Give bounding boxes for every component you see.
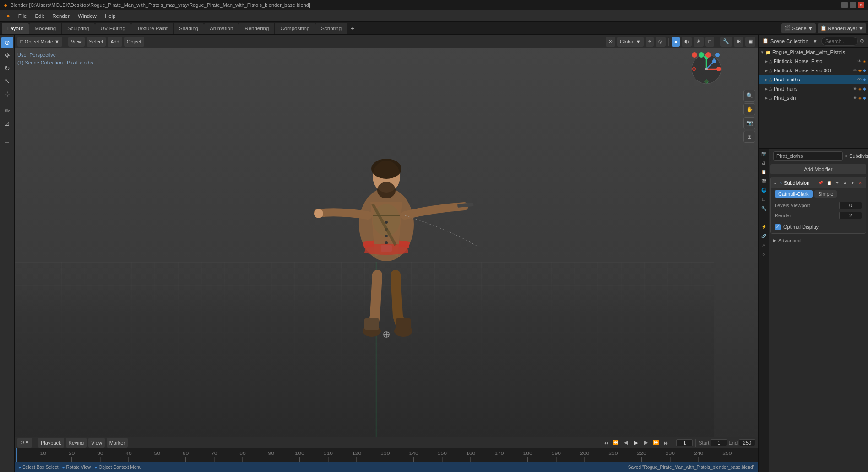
jump-start-btn[interactable]: ⏮ [602, 439, 610, 447]
outliner-item-hairs[interactable]: ▶ △ Pirat_hairs 👁 ◈ ◆ [759, 84, 868, 93]
viewport-shading-solid[interactable]: ● [672, 37, 680, 47]
marker-menu[interactable]: Marker [107, 438, 128, 448]
add-workspace-button[interactable]: + [347, 23, 358, 33]
mod-delete-btn[interactable]: ✕ [857, 181, 863, 185]
add-menu[interactable]: Add [108, 37, 122, 47]
workspace-tab-scripting[interactable]: Scripting [315, 23, 347, 34]
workspace-tab-layout[interactable]: Layout [2, 23, 29, 34]
material-props-tab[interactable]: ○ [760, 250, 768, 258]
axis-navigation-widget[interactable]: Y X Z [690, 53, 722, 85]
zoom-to-fit-btn[interactable]: 🔍 [743, 90, 755, 102]
rotate-tool[interactable]: ↻ [1, 62, 13, 74]
workspace-tab-compositing[interactable]: Compositing [275, 23, 315, 34]
workspace-tab-texture-paint[interactable]: Texture Paint [131, 23, 173, 34]
scale-tool[interactable]: ⤡ [1, 75, 13, 87]
pivot-selector[interactable]: ⊙ [606, 37, 615, 47]
close-button[interactable]: ✕ [858, 2, 864, 8]
annotate-tool[interactable]: ✏ [1, 105, 13, 117]
add-cube-tool[interactable]: □ [1, 134, 13, 146]
xray-toggle[interactable]: ▣ [745, 37, 755, 47]
prev-keyframe-btn[interactable]: ⏪ [612, 439, 620, 447]
transform-space-selector[interactable]: Global ▼ [617, 37, 644, 47]
current-frame-input[interactable] [676, 439, 693, 446]
prev-frame-btn[interactable]: ◀ [622, 439, 630, 447]
simple-btn[interactable]: Simple [814, 190, 837, 198]
select-menu[interactable]: Select [87, 37, 106, 47]
outliner-root-item[interactable]: ▼ 📁 Rogue_Pirate_Man_with_Pistols [759, 48, 868, 57]
window-controls[interactable]: ─ □ ✕ [841, 2, 864, 8]
jump-end-btn[interactable]: ⏭ [662, 439, 670, 447]
render-layer-selector[interactable]: 📋 RenderLayer ▼ [818, 23, 866, 33]
scene-selector[interactable]: 🎬 Scene ▼ [781, 23, 815, 33]
next-frame-btn[interactable]: ▶ [642, 439, 650, 447]
mod-pin-btn[interactable]: 📌 [817, 181, 824, 185]
workspace-tab-animation[interactable]: Animation [204, 23, 239, 34]
viewport-canvas[interactable]: User Perspective (1) Scene Collection | … [15, 48, 758, 437]
optimal-display-checkbox[interactable]: ✓ [775, 224, 781, 230]
outliner-filter-btn[interactable]: ▼ [813, 38, 818, 44]
menu-window[interactable]: Window [74, 12, 100, 20]
workspace-tab-modeling[interactable]: Modeling [29, 23, 62, 34]
end-frame-input[interactable] [739, 439, 755, 446]
levels-viewport-input[interactable] [839, 202, 862, 209]
menu-render[interactable]: Render [49, 12, 73, 20]
outliner-search[interactable] [821, 37, 858, 46]
viewport-shading-material[interactable]: ◐ [682, 37, 692, 47]
outliner-item-cloths[interactable]: ▶ △ Pirat_cloths 👁 ◆ [759, 75, 868, 84]
timeline-type-selector[interactable]: ⏱▼ [17, 438, 32, 448]
mod-move-down-btn[interactable]: ▼ [850, 181, 856, 185]
outliner-options-btn[interactable]: ⚙ [860, 38, 864, 44]
quad-view-btn[interactable]: ⊞ [743, 131, 755, 143]
workspace-tab-rendering[interactable]: Rendering [239, 23, 274, 34]
proportional-edit[interactable]: ◎ [656, 37, 666, 47]
viewport-shading-rendered[interactable]: ☀ [694, 37, 704, 47]
workspace-tab-uv-editing[interactable]: UV Editing [95, 23, 131, 34]
view-menu[interactable]: View [68, 37, 85, 47]
camera-view-btn[interactable]: 📷 [743, 117, 755, 129]
mode-selector[interactable]: □ Object Mode ▼ [17, 37, 62, 47]
render-props-tab[interactable]: 📷 [760, 150, 768, 158]
move-tool[interactable]: ✥ [1, 49, 13, 61]
catmull-clark-btn[interactable]: Catmull-Clark [775, 190, 813, 198]
output-props-tab[interactable]: 🖨 [760, 159, 768, 167]
start-frame-input[interactable] [711, 439, 727, 446]
workspace-tab-shading[interactable]: Shading [174, 23, 204, 34]
next-keyframe-btn[interactable]: ⏩ [652, 439, 660, 447]
outliner[interactable]: ▼ 📁 Rogue_Pirate_Man_with_Pistols ▶ △ Fl… [759, 48, 868, 148]
modifier-props-tab[interactable]: 🔧 [760, 204, 768, 213]
gizmo-toggle[interactable]: 🔧 [720, 37, 732, 47]
view-layer-tab[interactable]: 📋 [760, 168, 768, 176]
snap-toggle[interactable]: ⌖ [646, 37, 654, 47]
add-modifier-button[interactable]: Add Modifier [770, 164, 866, 174]
outliner-item-pistol2[interactable]: ▶ △ Flintlock_Horse_Pistol001 👁 ◈ ◆ [759, 66, 868, 75]
playback-menu[interactable]: Playback [38, 438, 64, 448]
play-btn[interactable]: ▶ [632, 439, 640, 447]
particles-tab[interactable]: · [760, 214, 768, 222]
measure-tool[interactable]: ⊿ [1, 118, 13, 129]
world-props-tab[interactable]: 🌐 [760, 186, 768, 194]
object-props-tab[interactable]: □ [760, 195, 768, 204]
mod-move-up-btn[interactable]: ▲ [842, 181, 848, 185]
outliner-item-skin[interactable]: ▶ △ Pirat_skin 👁 ◈ ◆ [759, 93, 868, 102]
constraints-tab[interactable]: 🔗 [760, 232, 768, 240]
mod-copy-btn[interactable]: 📋 [826, 181, 833, 185]
mod-apply-btn[interactable]: ✦ [835, 181, 840, 185]
advanced-section[interactable]: ▶ Advanced [770, 236, 866, 246]
workspace-tab-sculpting[interactable]: Sculpting [62, 23, 94, 34]
outliner-item-pistol1[interactable]: ▶ △ Flintlock_Horse_Pistol 👁 ◈ [759, 57, 868, 66]
menu-help[interactable]: Help [101, 12, 119, 20]
render-input[interactable] [839, 212, 862, 219]
minimize-button[interactable]: ─ [841, 2, 848, 8]
cursor-tool[interactable]: ⊕ [1, 37, 13, 48]
keying-menu[interactable]: Keying [66, 438, 87, 448]
pan-view-btn[interactable]: ✋ [743, 103, 755, 115]
timeline-ruler[interactable]: 10 20 30 40 50 60 70 80 [15, 448, 758, 462]
menu-file[interactable]: File [15, 12, 31, 20]
object-menu[interactable]: Object [124, 37, 144, 47]
overlay-toggle[interactable]: ⊞ [734, 37, 743, 47]
physics-tab[interactable]: ⚡ [760, 223, 768, 231]
menu-blender[interactable]: ● [3, 11, 14, 20]
modifier-object-name[interactable] [773, 151, 843, 161]
maximize-button[interactable]: □ [850, 2, 856, 8]
timeline-view-menu[interactable]: View [88, 438, 105, 448]
